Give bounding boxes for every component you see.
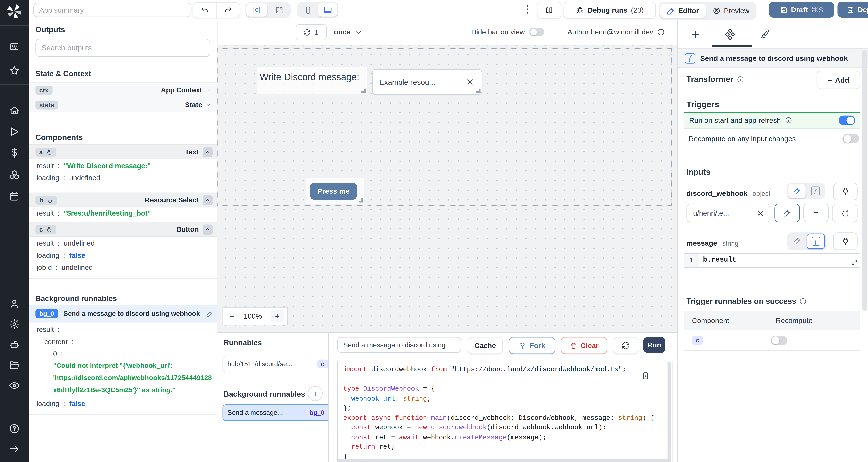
resize-handle-icon[interactable]: [359, 198, 363, 202]
desktop-view-button[interactable]: [318, 3, 337, 16]
debug-runs-button[interactable]: Debug runs (23): [564, 2, 656, 19]
editor-refresh-button[interactable]: [613, 337, 638, 354]
eval-function-icon[interactable]: f: [807, 233, 825, 249]
resize-handle-icon[interactable]: [362, 89, 366, 93]
chevron-up-icon[interactable]: [203, 147, 213, 157]
tab-editor[interactable]: Editor: [660, 4, 706, 18]
info-icon[interactable]: [657, 28, 665, 36]
code-editor[interactable]: import discordwebhook from "https://deno…: [337, 361, 673, 462]
draft-save-button[interactable]: Draft ⌘S: [769, 2, 834, 18]
docs-book-button[interactable]: [537, 2, 561, 19]
component-a-header[interactable]: a Text: [29, 144, 217, 159]
chevron-up-icon[interactable]: [203, 195, 213, 205]
runnable-item-c[interactable]: hub/1511/discord/se... c: [223, 356, 333, 372]
add-bg-runnable-button[interactable]: +: [308, 386, 323, 401]
press-me-button[interactable]: Press me: [310, 183, 357, 200]
add-transformer-button[interactable]: + Add: [816, 71, 860, 89]
resize-handle-icon[interactable]: [476, 89, 480, 93]
zoom-in-button[interactable]: +: [271, 310, 284, 323]
tab-insert-plus-icon[interactable]: [686, 25, 705, 44]
redo-button[interactable]: [217, 6, 240, 14]
workspace-icon[interactable]: [9, 41, 20, 53]
favorites-star-icon[interactable]: [9, 65, 20, 76]
component-b-header[interactable]: b Resource Select: [29, 193, 217, 207]
schedules-calendar-icon[interactable]: [9, 191, 20, 202]
bg0-runnable-row[interactable]: bg_0 Send a message to discord using web…: [29, 305, 217, 323]
run-on-start-toggle[interactable]: [839, 116, 855, 125]
home-icon[interactable]: [9, 105, 20, 116]
info-icon[interactable]: [800, 297, 807, 305]
f1-refresh-button[interactable]: [832, 204, 858, 223]
author-info: Author henri@windmill.dev: [567, 24, 665, 39]
app-summary-input[interactable]: [33, 3, 191, 17]
frequency-dropdown[interactable]: once: [334, 24, 362, 39]
tree-result-row[interactable]: result:: [37, 325, 60, 333]
resources-cubes-icon[interactable]: [9, 169, 20, 180]
static-pencil-icon[interactable]: [788, 233, 805, 248]
runnable-name-input[interactable]: [337, 337, 461, 353]
row-recompute-toggle[interactable]: [771, 335, 787, 345]
clear-x-icon[interactable]: [757, 209, 764, 217]
message-expr-editor[interactable]: 1 b.result: [684, 253, 860, 268]
expand-icon[interactable]: [851, 259, 858, 265]
collapse-arrow-right-icon[interactable]: [9, 443, 20, 454]
windmill-logo-icon[interactable]: [6, 3, 23, 21]
audit-eye-icon[interactable]: [9, 380, 20, 391]
workers-robot-icon[interactable]: [9, 339, 20, 350]
zoom-out-button[interactable]: −: [230, 311, 235, 321]
resource-picker[interactable]: u/henri/te...: [686, 204, 771, 223]
state-context-title: State & Context: [35, 70, 91, 78]
code-horizontal-scrollbar[interactable]: [338, 459, 668, 462]
runs-play-icon[interactable]: [9, 126, 20, 137]
tab-settings-diamonds-icon[interactable]: [721, 25, 740, 44]
expand-fullscreen-button[interactable]: [269, 3, 289, 16]
tab-style-brush-icon[interactable]: [756, 25, 775, 44]
recompute-toggle[interactable]: [842, 134, 859, 143]
undo-button[interactable]: [193, 6, 216, 14]
clear-button[interactable]: Clear: [561, 337, 607, 354]
static-pencil-icon[interactable]: [788, 184, 805, 198]
text-component-cell[interactable]: Write Discord message:: [257, 67, 367, 94]
chevron-down-icon[interactable]: [205, 102, 211, 108]
tab-preview[interactable]: Preview: [707, 4, 755, 18]
variables-dollar-icon[interactable]: [9, 147, 20, 158]
bg-runnable-item-selected[interactable]: Send a message... bg_0: [223, 404, 333, 421]
app-canvas[interactable]: Write Discord message: Example resou... …: [217, 45, 677, 332]
users-person-icon[interactable]: [9, 298, 20, 309]
more-options-kebab-icon[interactable]: [523, 4, 532, 14]
code-vertical-scrollbar[interactable]: [668, 362, 672, 462]
search-outputs-input[interactable]: [35, 39, 210, 57]
tree-zero-row[interactable]: 0:: [53, 350, 63, 358]
mobile-view-button[interactable]: [299, 3, 317, 16]
deploy-button[interactable]: Deploy: [837, 2, 868, 18]
copy-clipboard-icon[interactable]: [641, 371, 650, 380]
f1-connect-plug-icon[interactable]: [833, 183, 857, 200]
ctx-row[interactable]: ctx App Context: [29, 82, 217, 97]
state-row[interactable]: state State: [29, 97, 217, 112]
chevron-up-icon[interactable]: [203, 224, 213, 234]
tree-content-row[interactable]: content:: [44, 337, 73, 346]
chevron-down-icon[interactable]: [205, 87, 211, 93]
refresh-count-button[interactable]: 1: [296, 24, 327, 40]
eval-function-icon[interactable]: f: [807, 184, 824, 198]
folders-icon[interactable]: [9, 360, 20, 371]
settings-gear-icon[interactable]: [9, 319, 20, 330]
resource-select-component[interactable]: Example resou...: [372, 69, 482, 95]
hide-bar-toggle[interactable]: [529, 28, 544, 36]
code-content[interactable]: import discordwebhook from "https://deno…: [338, 361, 672, 462]
info-icon[interactable]: [785, 117, 792, 124]
info-icon[interactable]: [737, 75, 744, 83]
fit-width-button[interactable]: [246, 3, 268, 16]
fork-button[interactable]: Fork: [509, 337, 555, 354]
f1-edit-pencil-button[interactable]: [774, 204, 800, 223]
edit-pencil-icon[interactable]: [207, 310, 213, 317]
help-question-icon[interactable]: [9, 423, 20, 434]
f1-add-resource-button[interactable]: +: [803, 204, 829, 223]
f2-connect-plug-icon[interactable]: [833, 232, 857, 250]
clear-x-icon[interactable]: [466, 78, 474, 86]
run-button[interactable]: Run: [643, 337, 665, 353]
component-c-header[interactable]: c Button: [29, 222, 217, 237]
panel-scrollbar[interactable]: [862, 50, 867, 311]
message-expr-value[interactable]: b.result: [703, 256, 736, 264]
cache-button[interactable]: Cache: [468, 337, 503, 354]
